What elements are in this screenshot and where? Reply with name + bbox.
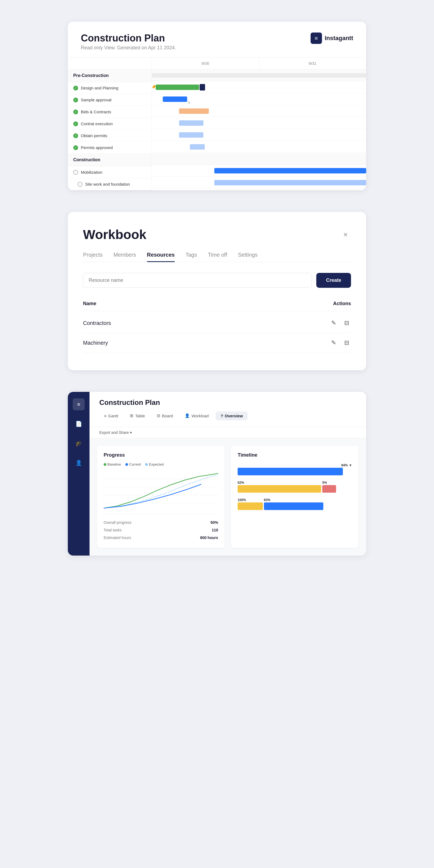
task-site-work: ○ Site work and foundation: [68, 178, 152, 190]
stat-overall-progress: Overall progress 50%: [104, 519, 218, 526]
overview-main: Construction Plan ≡ Gantt ⊞ Table ⊟ Boar…: [89, 392, 366, 556]
timeline-bar-row-1: 94% ▼: [238, 463, 352, 475]
close-button[interactable]: ×: [340, 229, 351, 240]
progress-stats: Overall progress 50% Total tasks 110 Est…: [104, 514, 218, 541]
tl-group-pre-construction: [152, 69, 366, 81]
workload-tab-label: Workload: [192, 413, 209, 418]
timeline-title: Timeline: [238, 452, 352, 458]
tab-projects[interactable]: Projects: [83, 252, 103, 262]
bar2b: [322, 485, 336, 493]
tl-row-site-work: [152, 177, 366, 189]
tab-resources[interactable]: Resources: [147, 252, 175, 262]
tl-row-mobilization: [152, 165, 366, 177]
stat-label: Total tasks: [104, 528, 121, 532]
check-icon: ✓: [73, 133, 78, 138]
overview-tabs: ≡ Gantt ⊞ Table ⊟ Board 👤 Workload ?: [99, 411, 356, 420]
tl-row-contrat-execution: [152, 117, 366, 129]
progress-title: Progress: [104, 452, 218, 458]
expected-dot: [145, 463, 148, 466]
gantt-title: Construction Plan: [81, 33, 176, 44]
resource-name-contractors: Contractors: [83, 320, 111, 326]
check-icon: ✓: [73, 110, 78, 114]
group-pre-construction: Pre-Construction: [68, 69, 152, 82]
progress-panel: Progress Baseline Current Expected: [97, 446, 225, 548]
bar3-track: [238, 502, 352, 510]
baseline-label: Baseline: [108, 462, 121, 466]
tab-gantt[interactable]: ≡ Gantt: [99, 411, 123, 420]
task-sample-approval: ✓ Sample approval: [68, 94, 152, 106]
legend-current: Current: [125, 462, 141, 466]
logo-text: Instagantt: [325, 35, 353, 42]
tl-row-design-planning: [152, 81, 366, 93]
tab-overview[interactable]: ? Overview: [215, 411, 248, 420]
bar1-pct: 94%: [341, 463, 348, 467]
resource-row-contractors: Contractors ✎ ⊟: [83, 313, 351, 333]
task-label: Site work and foundation: [85, 182, 130, 186]
workbook-header: Workbook ×: [83, 227, 351, 242]
task-label: Design and Planning: [81, 86, 118, 90]
stat-label: Estimated hours: [104, 535, 131, 540]
task-contrat-execution: ✓ Contrat execution: [68, 118, 152, 130]
resource-name-input[interactable]: [83, 273, 312, 288]
task-design-planning: ✓ Design and Planning: [68, 82, 152, 94]
timeline-bar-row-3: 100% 83%: [238, 498, 352, 510]
legend-baseline: Baseline: [104, 462, 121, 466]
tab-members[interactable]: Members: [113, 252, 136, 262]
stat-label: Overall progress: [104, 520, 132, 525]
stat-total-tasks: Total tasks 110: [104, 526, 218, 534]
tab-tags[interactable]: Tags: [185, 252, 197, 262]
progress-svg: [104, 471, 218, 509]
tab-board[interactable]: ⊟ Board: [152, 411, 178, 420]
resource-actions-machinery: ✎ ⊟: [329, 339, 351, 347]
overview-topbar: Construction Plan ≡ Gantt ⊞ Table ⊟ Boar…: [89, 392, 366, 427]
bar1: [238, 468, 343, 475]
tab-workload[interactable]: 👤 Workload: [180, 411, 213, 420]
workbook-title: Workbook: [83, 227, 146, 242]
sidebar-icon-menu[interactable]: ≡: [73, 398, 85, 410]
sidebar-icon-user[interactable]: 👤: [73, 457, 85, 469]
overview-toolbar: Export and Share ▾: [89, 427, 366, 438]
workbook-search-row: Create: [83, 273, 351, 288]
gantt-task-list: Pre-Construction ✓ Design and Planning ✓…: [68, 58, 152, 190]
gantt-tab-label: Gantt: [108, 413, 118, 418]
archive-icon[interactable]: ⊟: [342, 339, 351, 347]
check-outline-icon: ○: [78, 182, 83, 187]
sidebar-icon-document[interactable]: 📄: [73, 418, 85, 430]
workload-tab-icon: 👤: [185, 413, 190, 418]
resource-row-machinery: Machinery ✎ ⊟: [83, 333, 351, 353]
task-bids-contracts: ✓ Bids & Contracts: [68, 106, 152, 118]
tl-row-permits-approved: [152, 141, 366, 153]
check-icon: ✓: [73, 145, 78, 150]
export-share-label[interactable]: Export and Share ▾: [99, 430, 132, 435]
edit-icon[interactable]: ✎: [329, 319, 338, 328]
tab-settings[interactable]: Settings: [238, 252, 257, 262]
stat-estimated-hours: Estimated hours 800 hours: [104, 534, 218, 541]
resource-actions-contractors: ✎ ⊟: [329, 319, 351, 328]
resource-name-machinery: Machinery: [83, 340, 108, 346]
timeline-bar-row-2: 62% 5%: [238, 481, 352, 493]
overview-content: Progress Baseline Current Expected: [89, 438, 366, 556]
check-icon: ✓: [73, 98, 78, 102]
week-w31: W31: [259, 58, 366, 69]
bar3a-pct: 100%: [238, 498, 263, 502]
board-tab-label: Board: [162, 413, 173, 418]
overview-tab-label: Overview: [225, 413, 243, 418]
gantt-title-block: Construction Plan Read only View. Genera…: [81, 33, 176, 51]
task-label: Contrat execution: [81, 121, 113, 126]
tab-table[interactable]: ⊞ Table: [125, 411, 150, 420]
create-button[interactable]: Create: [316, 273, 351, 288]
check-outline-icon: ○: [73, 170, 78, 175]
week-headers: W30 W31: [152, 58, 366, 69]
baseline-dot: [104, 463, 106, 466]
sidebar-icon-education[interactable]: 🎓: [73, 437, 85, 449]
bar3b-pct: 83%: [264, 498, 270, 502]
edit-icon[interactable]: ✎: [329, 339, 338, 347]
tab-time-off[interactable]: Time off: [208, 252, 227, 262]
tl-row-obtain-permits: [152, 129, 366, 141]
stat-value: 110: [212, 528, 218, 532]
group-construction: Construction: [68, 154, 152, 166]
archive-icon[interactable]: ⊟: [342, 319, 351, 328]
task-permits-approved: ✓ Permits approved: [68, 142, 152, 154]
progress-chart: [104, 471, 218, 509]
bar1-arrow: ▼: [349, 463, 352, 467]
